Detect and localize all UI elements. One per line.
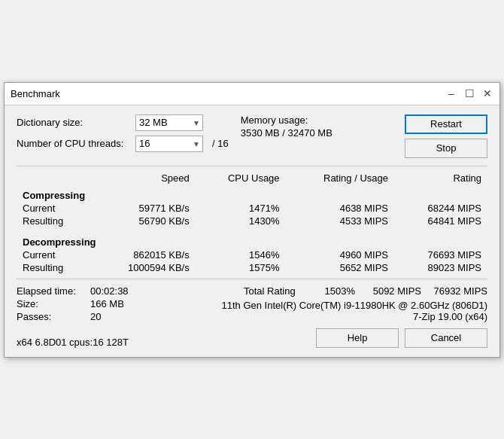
- passes-row: Passes: 20: [17, 311, 167, 322]
- elapsed-row: Elapsed time: 00:02:38: [17, 285, 167, 297]
- compress-current-label: Current: [17, 202, 91, 215]
- table-row: Resulting 56790 KB/s 1430% 4533 MIPS 648…: [17, 215, 487, 227]
- compress-resulting-cpu: 1430%: [196, 215, 286, 227]
- decompress-current-speed: 862015 KB/s: [91, 248, 195, 261]
- title-bar-controls: – ☐ ✕: [445, 87, 493, 99]
- col-header-rating: Rating: [394, 171, 487, 185]
- col-header-cpu: CPU Usage: [196, 171, 286, 185]
- passes-value: 20: [90, 311, 101, 322]
- results-table: Speed CPU Usage Rating / Usage Rating Co…: [17, 171, 487, 274]
- stop-button[interactable]: Stop: [405, 139, 487, 158]
- cpu-threads-dropdown-wrapper: 16 ▼: [135, 136, 203, 152]
- window-title: Benchmark: [11, 88, 60, 99]
- decompressing-label: Decompressing: [17, 232, 487, 248]
- action-buttons: Restart Stop: [405, 114, 487, 158]
- footer-buttons: Help Cancel: [316, 328, 487, 348]
- compress-resulting-rating-usage: 4533 MIPS: [286, 215, 394, 227]
- dictionary-row: Dictionary size: 32 MB ▼: [17, 114, 229, 131]
- cpu-info: 11th Gen Intel(R) Core(TM) i9-11980HK @ …: [221, 300, 487, 311]
- left-controls: Dictionary size: 32 MB ▼ Number of CPU t…: [17, 114, 229, 152]
- elapsed-value: 00:02:38: [90, 285, 129, 297]
- compress-resulting-speed: 56790 KB/s: [91, 215, 195, 227]
- table-row: Current 862015 KB/s 1546% 4960 MIPS 7669…: [17, 248, 487, 261]
- decompress-resulting-speed: 1000594 KB/s: [91, 261, 195, 274]
- help-button[interactable]: Help: [316, 328, 399, 348]
- compress-current-rating-usage: 4638 MIPS: [286, 202, 394, 215]
- total-rating-label: Total Rating: [244, 285, 304, 297]
- compress-current-rating: 68244 MIPS: [394, 202, 487, 215]
- total-rating-block: Total Rating 1503% 5092 MIPS 76932 MIPS: [244, 285, 487, 297]
- size-label: Size:: [17, 298, 84, 309]
- bottom-divider: [17, 279, 487, 279]
- table-row: Resulting 1000594 KB/s 1575% 5652 MIPS 8…: [17, 261, 487, 274]
- cpu-threads-label: Number of CPU threads:: [17, 138, 129, 149]
- top-divider: [17, 166, 487, 166]
- main-content: Dictionary size: 32 MB ▼ Number of CPU t…: [5, 105, 499, 357]
- compress-resulting-label: Resulting: [17, 215, 91, 227]
- top-controls: Dictionary size: 32 MB ▼ Number of CPU t…: [17, 114, 487, 158]
- dictionary-dropdown-wrapper: 32 MB ▼: [135, 114, 203, 131]
- total-mips1: 5092 MIPS: [361, 285, 421, 297]
- stats-left: Elapsed time: 00:02:38 Size: 166 MB Pass…: [17, 285, 167, 322]
- decompress-current-label: Current: [17, 248, 91, 261]
- passes-label: Passes:: [17, 311, 84, 322]
- stats-right: Total Rating 1503% 5092 MIPS 76932 MIPS …: [182, 285, 487, 322]
- dictionary-label: Dictionary size:: [17, 117, 129, 128]
- benchmark-window: Benchmark – ☐ ✕ Dictionary size: 32 MB ▼: [4, 82, 500, 358]
- cpu-info-block: 11th Gen Intel(R) Core(TM) i9-11980HK @ …: [221, 300, 487, 322]
- x64-label: x64 6.8D01 cpus:16 128T: [17, 337, 129, 348]
- bottom-section: Elapsed time: 00:02:38 Size: 166 MB Pass…: [17, 285, 487, 322]
- thread-extra: / 16: [212, 138, 229, 149]
- total-mips2: 76932 MIPS: [427, 285, 487, 297]
- memory-value: 3530 MB / 32470 MB: [241, 127, 332, 139]
- dictionary-select[interactable]: 32 MB: [135, 114, 203, 131]
- decompress-resulting-cpu: 1575%: [196, 261, 286, 274]
- decompressing-header-row: Decompressing: [17, 232, 487, 248]
- col-header-speed: Speed: [91, 171, 195, 185]
- elapsed-label: Elapsed time:: [17, 285, 84, 297]
- col-header-label: [17, 171, 91, 185]
- decompress-resulting-rating-usage: 5652 MIPS: [286, 261, 394, 274]
- compressing-header-row: Compressing: [17, 185, 487, 202]
- compress-current-speed: 59771 KB/s: [91, 202, 195, 215]
- decompress-current-cpu: 1546%: [196, 248, 286, 261]
- size-value: 166 MB: [90, 298, 124, 309]
- cpu-threads-select[interactable]: 16: [135, 136, 203, 152]
- decompress-resulting-label: Resulting: [17, 261, 91, 274]
- close-button[interactable]: ✕: [481, 87, 493, 99]
- total-cpu: 1503%: [310, 285, 355, 297]
- decompress-resulting-rating: 89023 MIPS: [394, 261, 487, 274]
- cpu-threads-row: Number of CPU threads: 16 ▼ / 16: [17, 136, 229, 152]
- decompress-current-rating-usage: 4960 MIPS: [286, 248, 394, 261]
- memory-section: Memory usage: 3530 MB / 32470 MB: [241, 114, 332, 139]
- table-row: Current 59771 KB/s 1471% 4638 MIPS 68244…: [17, 202, 487, 215]
- zip-info: 7-Zip 19.00 (x64): [221, 311, 487, 322]
- compress-current-cpu: 1471%: [196, 202, 286, 215]
- footer: x64 6.8D01 cpus:16 128T Help Cancel: [17, 328, 487, 348]
- maximize-button[interactable]: ☐: [463, 87, 475, 99]
- col-header-rating-usage: Rating / Usage: [286, 171, 394, 185]
- size-row: Size: 166 MB: [17, 298, 167, 309]
- minimize-button[interactable]: –: [445, 87, 457, 99]
- decompress-current-rating: 76693 MIPS: [394, 248, 487, 261]
- table-header-row: Speed CPU Usage Rating / Usage Rating: [17, 171, 487, 185]
- compress-resulting-rating: 64841 MIPS: [394, 215, 487, 227]
- restart-button[interactable]: Restart: [405, 114, 487, 134]
- cancel-button[interactable]: Cancel: [405, 328, 487, 348]
- memory-label: Memory usage:: [241, 114, 332, 126]
- compressing-label: Compressing: [17, 185, 487, 202]
- title-bar: Benchmark – ☐ ✕: [5, 83, 499, 105]
